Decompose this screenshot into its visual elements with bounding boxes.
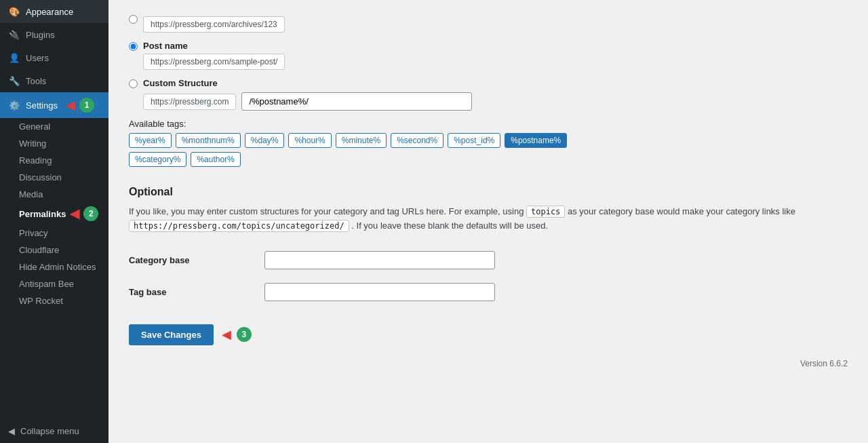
sidebar-submenu-item-reading[interactable]: Reading <box>0 152 108 169</box>
url-example-code: https://pressberg.com/topics/uncategoriz… <box>129 220 349 232</box>
sidebar-submenu-item-media[interactable]: Media <box>0 186 108 203</box>
category-base-label: Category base <box>129 255 190 265</box>
sidebar-item-appearance[interactable]: 🎨 Appearance <box>0 0 108 23</box>
tag-year[interactable]: %year% <box>129 133 172 148</box>
sidebar-submenu-item-writing[interactable]: Writing <box>0 135 108 152</box>
permalink-radio-postname[interactable] <box>129 42 138 51</box>
tag-monthnum[interactable]: %monthnum% <box>176 133 241 148</box>
sidebar-item-plugins[interactable]: 🔌 Plugins <box>0 23 108 46</box>
settings-icon: ⚙️ <box>8 99 20 111</box>
sidebar-submenu-item-wp-rocket[interactable]: WP Rocket <box>0 292 108 309</box>
sidebar-submenu-item-permalinks[interactable]: Permalinks ◀ 2 <box>0 203 108 225</box>
sidebar-item-users[interactable]: 👤 Users <box>0 46 108 69</box>
optional-form-table: Category base Tag base <box>129 244 848 308</box>
category-base-row: Category base <box>129 244 848 276</box>
sidebar-submenu-item-general[interactable]: General <box>0 118 108 135</box>
permalinks-arrow: ◀ <box>70 206 79 221</box>
tag-postname[interactable]: %postname% <box>505 133 567 148</box>
tag-minute[interactable]: %minute% <box>336 133 387 148</box>
collapse-menu-button[interactable]: ◀ Collapse menu <box>0 419 108 443</box>
tools-icon: 🔧 <box>8 75 20 87</box>
optional-title: Optional <box>129 186 848 198</box>
custom-structure-label: Custom Structure <box>143 78 848 88</box>
settings-submenu: General Writing Reading Discussion Media… <box>0 118 108 309</box>
save-arrow: ◀ <box>222 327 231 342</box>
tags-row-2: %category% %author% <box>129 152 848 167</box>
category-base-input[interactable] <box>264 251 495 269</box>
optional-section: Optional If you like, you may enter cust… <box>129 186 848 308</box>
collapse-icon: ◀ <box>8 426 15 436</box>
sidebar-item-tools[interactable]: 🔧 Tools <box>0 69 108 92</box>
main-content: https://pressberg.com/archives/123 Post … <box>108 0 868 443</box>
version-text: Version 6.6.2 <box>129 359 848 368</box>
tag-post-id[interactable]: %post_id% <box>448 133 500 148</box>
annotation-badge-3: 3 <box>237 327 252 342</box>
tag-category[interactable]: %category% <box>129 152 186 167</box>
sidebar-submenu-item-discussion[interactable]: Discussion <box>0 169 108 186</box>
annotation-badge-2: 2 <box>83 206 98 221</box>
settings-arrow: ◀ <box>66 98 75 113</box>
custom-structure-row: https://pressberg.com <box>143 92 848 111</box>
users-icon: 👤 <box>8 52 20 64</box>
tag-day[interactable]: %day% <box>245 133 285 148</box>
sidebar-item-settings[interactable]: ⚙️ Settings ◀ 1 <box>0 92 108 118</box>
permalink-option-postname: Post name https://pressberg.com/sample-p… <box>129 41 848 70</box>
sidebar-submenu-item-hide-admin-notices[interactable]: Hide Admin Notices <box>0 258 108 275</box>
save-row: Save Changes ◀ 3 <box>129 324 848 345</box>
available-tags-label: Available tags: <box>129 119 848 129</box>
sidebar-submenu-item-privacy[interactable]: Privacy <box>0 225 108 242</box>
tags-row-1: %year% %monthnum% %day% %hour% %minute% … <box>129 133 848 148</box>
appearance-icon: 🎨 <box>8 5 20 18</box>
permalink-radio-custom[interactable] <box>129 79 138 88</box>
custom-structure-input[interactable] <box>241 92 472 111</box>
save-changes-button[interactable]: Save Changes <box>129 324 214 345</box>
tag-hour[interactable]: %hour% <box>288 133 331 148</box>
optional-description: If you like, you may enter custom struct… <box>129 205 848 233</box>
sidebar-submenu-item-cloudflare[interactable]: Cloudflare <box>0 242 108 258</box>
permalink-url-numeric: https://pressberg.com/archives/123 <box>143 16 285 33</box>
url-prefix: https://pressberg.com <box>143 94 236 110</box>
permalink-option-custom: Custom Structure https://pressberg.com <box>129 78 848 111</box>
plugins-icon: 🔌 <box>8 28 20 41</box>
sidebar-submenu-item-antispam-bee[interactable]: Antispam Bee <box>0 275 108 292</box>
permalink-url-postname: https://pressberg.com/sample-post/ <box>143 54 285 70</box>
topics-code: topics <box>526 206 565 218</box>
postname-label: Post name <box>143 41 285 51</box>
permalink-radio-numeric[interactable] <box>129 15 138 24</box>
permalink-option-numeric: https://pressberg.com/archives/123 <box>129 14 848 33</box>
sidebar: 🎨 Appearance 🔌 Plugins 👤 Users 🔧 Tools ⚙… <box>0 0 108 443</box>
annotation-badge-1: 1 <box>79 98 94 113</box>
tag-author[interactable]: %author% <box>191 152 240 167</box>
tag-base-row: Tag base <box>129 276 848 308</box>
tag-base-label: Tag base <box>129 287 166 297</box>
tag-base-input[interactable] <box>264 283 495 301</box>
tag-second[interactable]: %second% <box>391 133 443 148</box>
